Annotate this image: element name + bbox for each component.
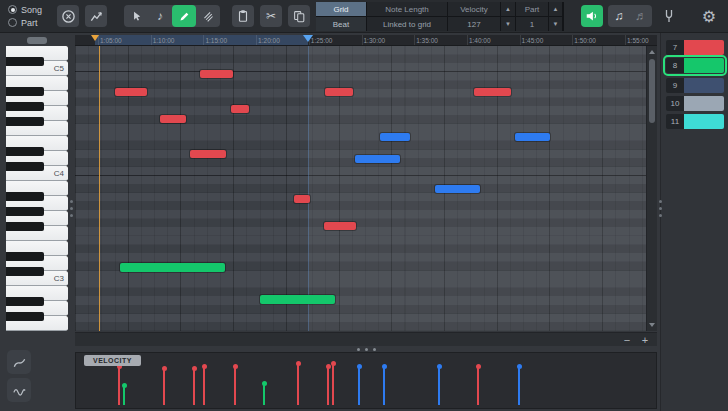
- piano-key-black[interactable]: [6, 207, 44, 216]
- grid-button[interactable]: Grid: [316, 2, 366, 16]
- notes-secondary-button[interactable]: ♬: [630, 5, 652, 27]
- velocity-handle[interactable]: [326, 364, 331, 369]
- velocity-handle[interactable]: [357, 364, 362, 369]
- velocity-stem-red[interactable]: [297, 363, 299, 405]
- scroll-down-icon[interactable]: [649, 323, 655, 327]
- vertical-scroll-thumb[interactable]: [649, 59, 655, 123]
- velocity-handle[interactable]: [162, 366, 167, 371]
- piano-key-black[interactable]: [6, 222, 44, 231]
- velocity-handle[interactable]: [122, 383, 127, 388]
- beat-button[interactable]: Beat: [316, 17, 366, 31]
- track-item-10[interactable]: 10: [666, 96, 724, 111]
- velocity-handle[interactable]: [437, 364, 442, 369]
- insert-marker-icon[interactable]: [91, 35, 99, 41]
- velocity-stem-green[interactable]: [123, 385, 125, 405]
- midi-note-blue[interactable]: [355, 155, 400, 163]
- velocity-stem-blue[interactable]: [518, 366, 520, 405]
- midi-note-red[interactable]: [200, 70, 233, 78]
- midi-note-blue[interactable]: [435, 185, 480, 193]
- velocity-stem-red[interactable]: [193, 368, 195, 405]
- velocity-handle[interactable]: [331, 361, 336, 366]
- piano-key-black[interactable]: [6, 117, 44, 126]
- velocity-lane-tab[interactable]: VELOCITY: [84, 355, 141, 366]
- pointer-tool-button[interactable]: [124, 5, 148, 27]
- settings-button[interactable]: ⚙: [696, 3, 722, 29]
- midi-note-red[interactable]: [324, 222, 356, 230]
- velocity-handle[interactable]: [382, 364, 387, 369]
- midi-note-blue[interactable]: [515, 133, 550, 141]
- piano-key-black[interactable]: [6, 192, 44, 201]
- note-tool-button[interactable]: ♪: [148, 5, 172, 27]
- part-down-button[interactable]: ▼: [549, 17, 562, 31]
- copy-button[interactable]: [288, 5, 310, 27]
- mode-song-radio[interactable]: Song: [8, 3, 42, 16]
- velocity-stem-red[interactable]: [477, 366, 479, 405]
- keyboard-panel-resize-handle[interactable]: [70, 200, 73, 217]
- playhead-marker-icon[interactable]: [303, 35, 313, 42]
- horizontal-scroll-strip[interactable]: − +: [75, 332, 657, 346]
- velocity-stem-red[interactable]: [327, 366, 329, 405]
- paste-button[interactable]: [232, 5, 254, 27]
- midi-note-red[interactable]: [474, 88, 511, 96]
- midi-note-blue[interactable]: [380, 133, 410, 141]
- velocity-stem-red[interactable]: [163, 368, 165, 405]
- velocity-stem-red[interactable]: [234, 366, 236, 405]
- piano-key-black[interactable]: [6, 267, 44, 276]
- close-button[interactable]: [57, 5, 79, 27]
- piano-key-black[interactable]: [6, 312, 44, 321]
- timeline-ruler[interactable]: 1:05:001:10:001:15:001:20:001:25:001:30:…: [75, 35, 657, 46]
- controller-curve-button[interactable]: [7, 350, 31, 374]
- velocity-stem-red[interactable]: [203, 366, 205, 405]
- controller-draw-button[interactable]: [7, 378, 31, 402]
- piano-key-black[interactable]: [6, 57, 44, 66]
- cut-button[interactable]: ✂: [260, 5, 282, 27]
- midi-note-red[interactable]: [325, 88, 353, 96]
- track-item-8[interactable]: 8: [666, 58, 724, 73]
- velocity-handle[interactable]: [296, 361, 301, 366]
- notes-view-button[interactable]: ♫: [608, 5, 630, 27]
- piano-key-black[interactable]: [6, 102, 44, 111]
- velocity-handle[interactable]: [192, 366, 197, 371]
- zoom-out-button[interactable]: −: [619, 333, 635, 347]
- track-panel-resize-handle[interactable]: [659, 200, 662, 217]
- midi-note-green[interactable]: [120, 263, 225, 272]
- tuning-fork-button[interactable]: [656, 3, 682, 29]
- track-item-9[interactable]: 9: [666, 78, 724, 93]
- part-value[interactable]: 1: [516, 17, 548, 31]
- piano-key-black[interactable]: [6, 252, 44, 261]
- velocity-handle[interactable]: [262, 381, 267, 386]
- pencil-tool-button[interactable]: [172, 5, 196, 27]
- automation-view-button[interactable]: [85, 5, 107, 27]
- piano-key-black[interactable]: [6, 87, 44, 96]
- velocity-stem-red[interactable]: [332, 363, 334, 405]
- piano-key-black[interactable]: [6, 297, 44, 306]
- velocity-up-button[interactable]: ▲: [501, 2, 515, 16]
- midi-note-red[interactable]: [190, 150, 226, 158]
- velocity-handle[interactable]: [202, 364, 207, 369]
- velocity-handle[interactable]: [517, 364, 522, 369]
- piano-key-black[interactable]: [6, 162, 44, 171]
- piano-roll-grid[interactable]: [75, 46, 657, 331]
- part-up-button[interactable]: ▲: [549, 2, 562, 16]
- velocity-stem-green[interactable]: [263, 383, 265, 405]
- piano-key-black[interactable]: [6, 147, 44, 156]
- zoom-in-button[interactable]: +: [637, 333, 653, 347]
- velocity-handle[interactable]: [233, 364, 238, 369]
- velocity-value[interactable]: 127: [448, 17, 500, 31]
- note-length-value[interactable]: Linked to grid: [367, 17, 447, 31]
- velocity-stem-red[interactable]: [118, 366, 120, 405]
- track-item-11[interactable]: 11: [666, 114, 724, 129]
- velocity-stem-blue[interactable]: [383, 366, 385, 405]
- audio-monitor-button[interactable]: [581, 5, 603, 27]
- velocity-handle[interactable]: [476, 364, 481, 369]
- vertical-scrollbar[interactable]: [646, 46, 657, 331]
- midi-note-green[interactable]: [260, 295, 335, 304]
- midi-note-red[interactable]: [115, 88, 147, 96]
- velocity-down-button[interactable]: ▼: [501, 17, 515, 31]
- midi-note-red[interactable]: [231, 105, 249, 113]
- velocity-stem-blue[interactable]: [438, 366, 440, 405]
- midi-note-red[interactable]: [294, 195, 310, 203]
- mode-part-radio[interactable]: Part: [8, 16, 42, 29]
- brush-tool-button[interactable]: [196, 5, 220, 27]
- keyboard-drag-handle[interactable]: [27, 37, 47, 44]
